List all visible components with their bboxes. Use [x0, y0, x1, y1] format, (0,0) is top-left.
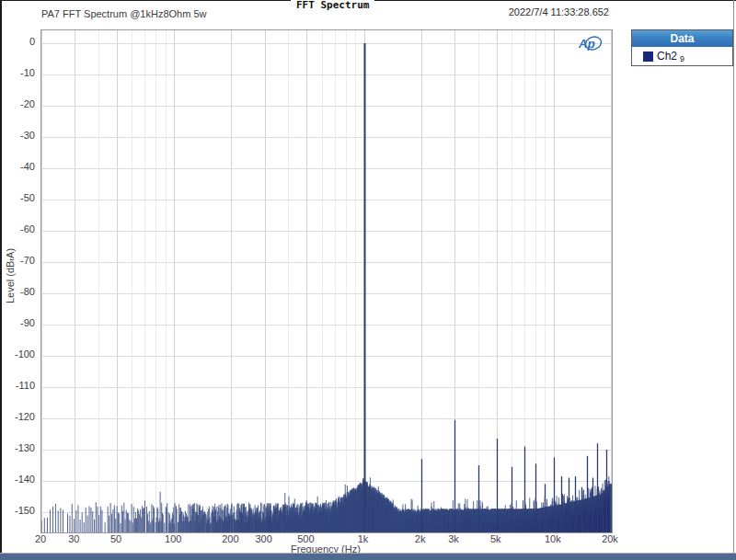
y-tick-label: -100 [6, 349, 35, 360]
y-tick-label: -130 [6, 442, 35, 453]
y-tick-label: -120 [6, 411, 35, 422]
svg-text:Ap: Ap [578, 37, 595, 51]
y-tick-label: -10 [6, 67, 35, 78]
legend-swatch-icon [643, 51, 653, 62]
timestamp: 2022/7/4 11:33:28.652 [368, 6, 609, 17]
legend-panel: Data Ch2 9 [631, 29, 733, 66]
y-axis-title-text2: A) [5, 248, 16, 258]
y-tick-label: -150 [6, 505, 35, 516]
window-title: FFT Spectrum [291, 0, 374, 11]
fft-spectrum-canvas [41, 30, 612, 532]
x-tick-label: 3k [433, 533, 474, 544]
y-tick-label: -60 [6, 223, 35, 234]
y-tick-label: -20 [6, 98, 35, 109]
audio-precision-logo-icon: Ap [575, 34, 604, 52]
window-left-border [0, 0, 2, 553]
legend-header: Data [632, 30, 732, 47]
y-tick-label: -30 [6, 130, 35, 141]
y-axis-title: Level (dBrA) [5, 234, 16, 317]
x-tick-label: 10k [533, 533, 573, 544]
y-tick-label: -110 [6, 380, 35, 391]
graph-annotation: PA7 FFT Spectrum @1kHz8Ohm 5w [41, 8, 206, 19]
x-tick-label: 30 [53, 533, 94, 544]
x-tick-label: 5k [476, 533, 516, 544]
y-axis-title-sub: r [7, 258, 16, 261]
x-tick-label: 20k [590, 533, 630, 544]
y-tick-label: 0 [6, 36, 35, 47]
y-tick-label: -50 [6, 192, 35, 203]
legend-entry-label: Ch2 [657, 50, 677, 63]
fft-spectrum-window: FFT Spectrum PA7 FFT Spectrum @1kHz8Ohm … [0, 0, 736, 560]
x-tick-label: 100 [153, 533, 193, 544]
bottom-bar [0, 554, 736, 560]
legend-entry-suffix: 9 [680, 54, 684, 63]
plot-area [40, 29, 613, 533]
y-tick-label: -40 [6, 161, 35, 172]
y-tick-label: -140 [6, 474, 35, 485]
legend-entry-ch2[interactable]: Ch2 9 [632, 47, 732, 65]
window-right-border [733, 0, 734, 553]
y-tick-label: -90 [6, 317, 35, 328]
x-tick-label: 50 [96, 533, 136, 544]
y-axis-title-text: Level (dB [5, 261, 16, 303]
